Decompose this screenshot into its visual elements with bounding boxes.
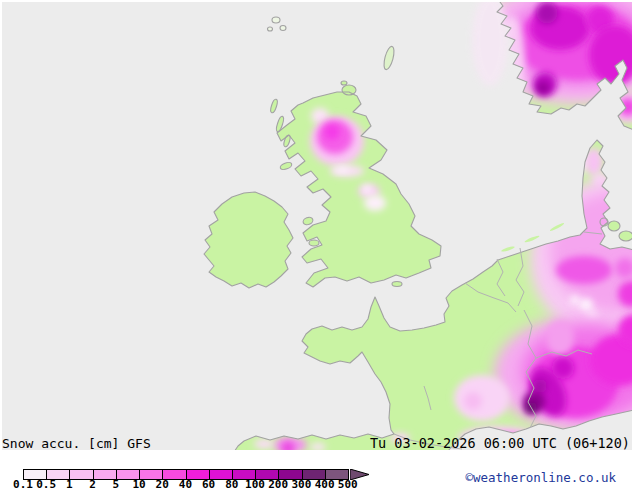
colorbar-tick-label: 300 [291, 478, 311, 490]
snow-accumulation-map [0, 0, 634, 452]
snow-pennines [364, 195, 386, 211]
colorbar-tick-label: 500 [338, 478, 358, 490]
legend-title: Snow accu. [cm] GFS [2, 436, 151, 451]
copyright-link[interactable]: ©weatheronline.co.uk [465, 470, 616, 485]
colorbar-tick-label: 0.1 [13, 478, 33, 490]
forecast-timestamp: Tu 03-02-2026 06:00 UTC (06+120) [370, 435, 630, 451]
colorbar-tick-label: 1 [66, 478, 73, 490]
colorbar-tick-label: 0.5 [36, 478, 56, 490]
colorbar-tick-label: 60 [202, 478, 215, 490]
colorbar-tick-label: 2 [89, 478, 96, 490]
colorbar-tick-label: 40 [179, 478, 192, 490]
colorbar-tick-label: 20 [156, 478, 169, 490]
colorbar-tick-label: 100 [245, 478, 265, 490]
colorbar-tick-label: 400 [315, 478, 335, 490]
map-area [0, 0, 634, 452]
colorbar-tick-label: 80 [225, 478, 238, 490]
colorbar-tick-label: 200 [268, 478, 288, 490]
colorbar-tick-label: 10 [132, 478, 145, 490]
legend: Snow accu. [cm] GFS Tu 03-02-2026 06:00 … [0, 452, 634, 490]
weather-map-screenshot: Snow accu. [cm] GFS Tu 03-02-2026 06:00 … [0, 0, 634, 490]
colorbar-tick-label: 5 [112, 478, 119, 490]
